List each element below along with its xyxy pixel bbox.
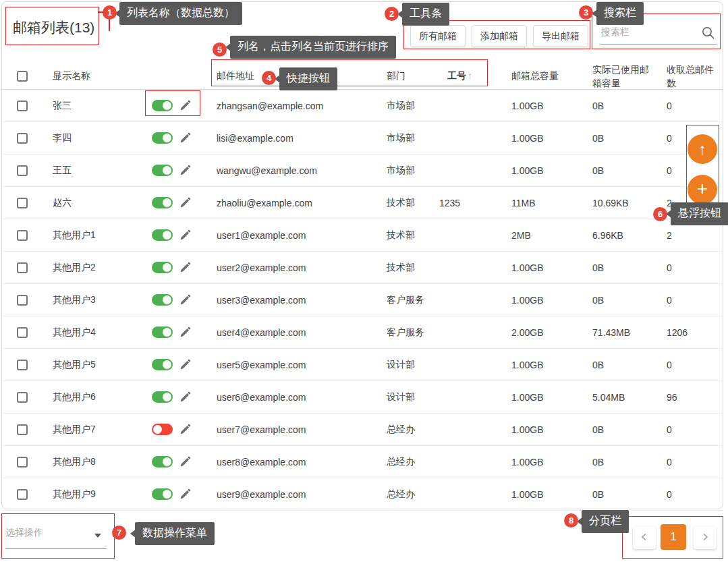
select-all-checkbox[interactable] bbox=[17, 71, 28, 82]
status-toggle[interactable] bbox=[152, 327, 173, 338]
status-toggle[interactable] bbox=[152, 456, 173, 468]
row-checkbox[interactable] bbox=[17, 165, 28, 176]
email-cell: user1@example.com bbox=[202, 230, 372, 241]
status-toggle[interactable] bbox=[152, 132, 173, 144]
quota-cell: 1.00GB bbox=[497, 489, 578, 500]
column-header-display-name[interactable]: 显示名称 bbox=[38, 70, 137, 82]
row-checkbox[interactable] bbox=[17, 327, 28, 338]
edit-pencil-icon[interactable] bbox=[179, 455, 192, 468]
used-quota-cell: 0B bbox=[578, 358, 652, 372]
edit-pencil-icon[interactable] bbox=[179, 164, 192, 177]
used-quota-cell: 0B bbox=[578, 455, 652, 469]
quick-buttons-cell bbox=[137, 423, 202, 436]
add-mailbox-button[interactable]: 添加邮箱 bbox=[472, 25, 527, 47]
edit-pencil-icon[interactable] bbox=[179, 132, 192, 144]
toggle-knob bbox=[163, 328, 171, 337]
quota-cell: 1.00GB bbox=[497, 295, 578, 306]
toggle-knob bbox=[163, 101, 171, 110]
status-toggle[interactable] bbox=[152, 262, 173, 273]
status-toggle[interactable] bbox=[152, 359, 173, 370]
toggle-knob bbox=[163, 231, 171, 239]
department-cell: 设计部 bbox=[372, 391, 424, 403]
toggle-knob bbox=[153, 425, 162, 434]
toggle-knob bbox=[163, 457, 171, 466]
action-select[interactable]: 选择操作 bbox=[5, 522, 107, 549]
row-checkbox[interactable] bbox=[17, 295, 28, 306]
display-name-cell: 其他用户2 bbox=[38, 262, 137, 274]
row-checkbox[interactable] bbox=[17, 101, 28, 111]
used-quota-cell: 10.69KB bbox=[578, 196, 652, 210]
pagination-prev-button[interactable] bbox=[633, 527, 656, 549]
edit-pencil-icon[interactable] bbox=[179, 99, 192, 112]
status-toggle[interactable] bbox=[152, 391, 173, 403]
email-cell: user6@example.com bbox=[202, 392, 372, 403]
plus-icon: + bbox=[697, 178, 708, 200]
department-cell: 技术部 bbox=[372, 262, 424, 274]
column-header-department[interactable]: 部门 bbox=[372, 70, 424, 82]
row-checkbox[interactable] bbox=[17, 489, 28, 500]
table-body: 张三 zhangsan@example.com 市场部 1.00GB 0B 0 … bbox=[2, 90, 723, 511]
edit-pencil-icon[interactable] bbox=[179, 358, 192, 371]
quota-cell: 1.00GB bbox=[497, 392, 578, 403]
column-header-employee-no[interactable]: 工号↑ bbox=[424, 70, 497, 82]
department-cell: 市场部 bbox=[372, 100, 424, 112]
toggle-knob bbox=[163, 263, 171, 272]
callout-1-badge: 1 bbox=[103, 5, 117, 20]
row-checkbox[interactable] bbox=[17, 360, 28, 370]
all-mailboxes-button[interactable]: 所有邮箱 bbox=[410, 25, 466, 47]
row-checkbox[interactable] bbox=[17, 133, 28, 144]
email-cell: user5@example.com bbox=[202, 360, 372, 370]
toggle-knob bbox=[163, 166, 171, 175]
used-quota-cell: 0B bbox=[578, 261, 652, 275]
edit-pencil-icon[interactable] bbox=[179, 326, 192, 339]
status-toggle[interactable] bbox=[152, 229, 173, 241]
callout-5-badge: 5 bbox=[213, 43, 227, 57]
mailbox-list-card: 邮箱列表(13) 所有邮箱 添加邮箱 导出邮箱 显示名称 邮件地址 部门 工号↑… bbox=[1, 1, 723, 509]
edit-pencil-icon[interactable] bbox=[179, 423, 192, 436]
mail-count-cell: 96 bbox=[652, 391, 723, 404]
row-checkbox[interactable] bbox=[17, 198, 28, 208]
column-header-mail-count[interactable]: 收取总邮件数 bbox=[652, 63, 723, 90]
row-checkbox[interactable] bbox=[17, 262, 28, 273]
export-mailbox-button[interactable]: 导出邮箱 bbox=[533, 25, 588, 47]
email-cell: user3@example.com bbox=[202, 295, 372, 306]
used-quota-cell: 0B bbox=[578, 164, 652, 177]
row-checkbox[interactable] bbox=[17, 457, 28, 468]
search-icon[interactable] bbox=[701, 26, 716, 43]
callout-6-tooltip: 悬浮按钮 bbox=[671, 202, 728, 225]
row-checkbox[interactable] bbox=[17, 392, 28, 403]
scroll-top-fab[interactable]: ↑ bbox=[688, 134, 717, 164]
quick-buttons-cell bbox=[137, 293, 202, 306]
quota-cell: 1.00GB bbox=[497, 133, 578, 144]
toggle-knob bbox=[163, 490, 171, 499]
edit-pencil-icon[interactable] bbox=[179, 261, 192, 274]
mail-count-cell: 0 bbox=[652, 488, 723, 501]
edit-pencil-icon[interactable] bbox=[179, 196, 192, 209]
status-toggle[interactable] bbox=[152, 197, 173, 208]
edit-pencil-icon[interactable] bbox=[179, 229, 192, 242]
status-toggle[interactable] bbox=[152, 294, 173, 306]
edit-pencil-icon[interactable] bbox=[179, 391, 192, 403]
add-fab[interactable]: + bbox=[688, 175, 717, 204]
callout-7-badge: 7 bbox=[112, 526, 126, 540]
status-toggle[interactable] bbox=[152, 100, 173, 111]
status-toggle[interactable] bbox=[152, 488, 173, 500]
mail-count-cell: 0 bbox=[652, 358, 723, 372]
search-input[interactable] bbox=[600, 24, 717, 45]
caret-down-icon bbox=[94, 534, 101, 538]
status-toggle[interactable] bbox=[152, 165, 173, 176]
row-checkbox[interactable] bbox=[17, 230, 28, 241]
column-header-used-quota[interactable]: 实际已使用邮箱容量 bbox=[578, 63, 652, 90]
display-name-cell: 其他用户7 bbox=[38, 424, 137, 436]
edit-pencil-icon[interactable] bbox=[179, 293, 192, 306]
column-header-quota[interactable]: 邮箱总容量 bbox=[497, 70, 578, 82]
callout-4-tooltip: 快捷按钮 bbox=[279, 67, 337, 90]
used-quota-cell: 0B bbox=[578, 423, 652, 436]
pagination-page-1-button[interactable]: 1 bbox=[661, 524, 686, 550]
callout-2-badge: 2 bbox=[385, 7, 399, 21]
status-toggle[interactable] bbox=[152, 424, 173, 435]
display-name-cell: 其他用户3 bbox=[38, 294, 137, 306]
row-checkbox[interactable] bbox=[17, 424, 28, 435]
pagination-next-button[interactable] bbox=[694, 527, 717, 549]
edit-pencil-icon[interactable] bbox=[179, 488, 192, 501]
